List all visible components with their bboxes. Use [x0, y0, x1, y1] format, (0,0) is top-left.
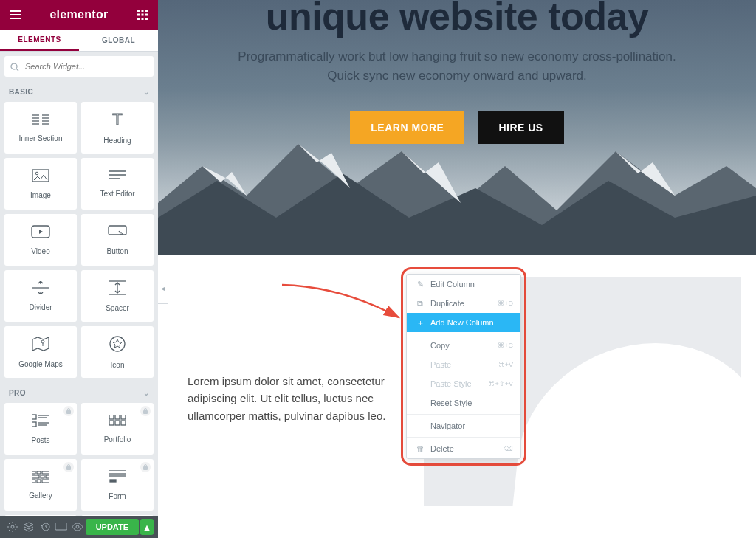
hero-title: unique website today [266, 0, 649, 38]
ctx-reset-style[interactable]: Reset Style [407, 393, 520, 413]
button-icon [108, 225, 127, 241]
ctx-delete[interactable]: 🗑Delete⌫ [407, 439, 520, 458]
lock-icon [140, 462, 151, 472]
annotation-arrow [275, 279, 408, 331]
svg-rect-47 [32, 471, 35, 474]
svg-rect-6 [137, 18, 140, 20]
svg-rect-53 [32, 480, 35, 483]
revisions-icon[interactable] [21, 519, 37, 535]
svg-rect-5 [145, 14, 148, 16]
widget-portfolio[interactable]: Portfolio [81, 403, 154, 455]
menu-icon[interactable] [6, 5, 25, 24]
widget-gallery[interactable]: Gallery [4, 459, 77, 511]
svg-rect-56 [143, 466, 148, 470]
widget-image[interactable]: Image [4, 158, 77, 210]
svg-rect-0 [137, 10, 140, 12]
widget-divider[interactable]: Divider [4, 270, 77, 322]
widget-spacer[interactable]: Spacer [81, 270, 154, 322]
widget-inner-section[interactable]: Inner Section [4, 102, 77, 154]
svg-point-64 [76, 525, 79, 528]
panel-footer: UPDATE ▴ [0, 516, 158, 538]
lock-icon [63, 462, 74, 472]
tab-global[interactable]: GLOBAL [79, 30, 158, 51]
image-icon [32, 169, 49, 185]
hire-us-button[interactable]: HIRE US [478, 111, 563, 144]
svg-rect-33 [32, 415, 36, 419]
update-button[interactable]: UPDATE [86, 519, 139, 535]
widget-video[interactable]: Video [4, 214, 77, 266]
svg-rect-26 [109, 226, 126, 235]
svg-rect-40 [109, 415, 114, 419]
widget-google-maps[interactable]: Google Maps [4, 326, 77, 378]
delete-key-icon: ⌫ [504, 445, 513, 452]
pro-grid: Posts Portfolio Gallery Form [0, 403, 158, 516]
chevron-down-icon: ⌄ [143, 389, 149, 397]
chevron-down-icon: ⌄ [143, 88, 149, 96]
star-icon [109, 336, 126, 355]
inner-section-icon [32, 114, 49, 128]
duplicate-icon: ⧉ [414, 299, 426, 308]
svg-rect-41 [115, 415, 120, 419]
svg-line-10 [16, 69, 18, 71]
ctx-copy[interactable]: Copy⌘+C [407, 336, 520, 355]
placeholder-hill [509, 343, 741, 506]
svg-rect-50 [32, 475, 39, 478]
ctx-paste-style: Paste Style⌘+⇧+V [407, 374, 520, 393]
widget-heading[interactable]: THeading [81, 102, 154, 154]
svg-rect-7 [142, 18, 144, 20]
ctx-navigator[interactable]: Navigator [407, 416, 520, 435]
svg-rect-55 [42, 480, 49, 483]
svg-rect-36 [32, 422, 36, 427]
widget-button[interactable]: Button [81, 214, 154, 266]
widget-text-editor[interactable]: Text Editor [81, 158, 154, 210]
search-input[interactable] [4, 56, 154, 77]
ctx-edit-column[interactable]: ✎Edit Column [407, 275, 520, 294]
svg-text:T: T [112, 111, 122, 128]
panel-tabs: ELEMENTS GLOBAL [0, 30, 158, 52]
widget-posts[interactable]: Posts [4, 403, 77, 455]
widget-icon[interactable]: Icon [81, 326, 154, 378]
learn-more-button[interactable]: LEARN MORE [350, 111, 464, 144]
context-menu: ✎Edit Column ⧉Duplicate⌘+D ＋Add New Colu… [406, 274, 521, 459]
svg-point-60 [11, 525, 14, 528]
widget-partial[interactable] [4, 515, 77, 516]
history-icon[interactable] [37, 519, 53, 535]
svg-rect-57 [109, 470, 126, 474]
apps-icon[interactable] [133, 5, 152, 24]
svg-rect-59 [110, 480, 116, 482]
category-pro[interactable]: PRO ⌄ [0, 382, 158, 403]
search-wrap [0, 52, 158, 81]
collapse-panel-button[interactable]: ◂ [158, 272, 168, 304]
svg-rect-52 [46, 475, 49, 478]
pencil-icon: ✎ [414, 280, 426, 289]
preview-icon[interactable] [69, 519, 86, 535]
heading-icon: T [109, 111, 126, 131]
svg-rect-45 [121, 421, 126, 425]
svg-rect-46 [66, 466, 71, 470]
ctx-duplicate[interactable]: ⧉Duplicate⌘+D [407, 294, 520, 313]
widget-partial[interactable] [81, 515, 154, 516]
responsive-icon[interactable] [53, 519, 69, 535]
map-icon [32, 337, 49, 354]
context-menu-highlight: ✎Edit Column ⧉Duplicate⌘+D ＋Add New Colu… [401, 267, 526, 466]
svg-rect-49 [42, 471, 49, 474]
category-basic[interactable]: BASIC ⌄ [0, 81, 158, 102]
svg-rect-44 [115, 421, 120, 425]
hero-subtitle: Programmatically work but low hanging fr… [221, 47, 693, 85]
svg-rect-51 [41, 475, 44, 478]
svg-point-21 [35, 172, 38, 175]
svg-rect-4 [142, 14, 144, 16]
settings-icon[interactable] [4, 519, 21, 535]
widget-scroll[interactable]: BASIC ⌄ Inner Section THeading Image Tex… [0, 81, 158, 516]
text-editor-icon [109, 170, 126, 184]
plus-icon: ＋ [414, 317, 426, 328]
trash-icon: 🗑 [414, 444, 426, 453]
widget-form[interactable]: Form [81, 459, 154, 511]
tab-elements[interactable]: ELEMENTS [0, 30, 79, 51]
update-caret[interactable]: ▴ [140, 519, 154, 535]
hero-section: unique website today Programmatically wo… [158, 0, 756, 255]
separator [407, 437, 520, 438]
svg-rect-43 [109, 421, 114, 425]
svg-rect-42 [121, 415, 126, 419]
ctx-add-new-column[interactable]: ＋Add New Column [407, 313, 520, 332]
